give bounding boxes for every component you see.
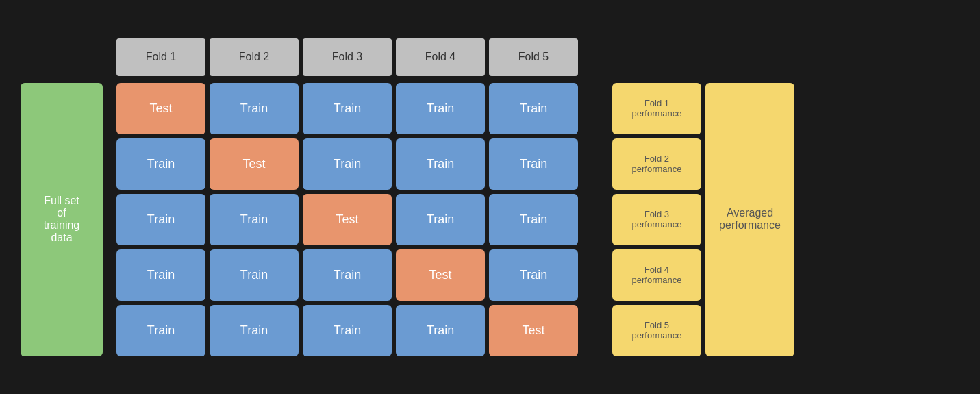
cell-1-4: Train — [396, 83, 485, 134]
cell-2-3: Train — [303, 138, 392, 190]
cell-3-4: Train — [396, 194, 485, 245]
fold-headers: Fold 1 Fold 2 Fold 3 Fold 4 Fold 5 — [116, 38, 578, 76]
grid-section: Test Train Train Train Train Train Test … — [116, 83, 578, 356]
cell-1-3: Train — [303, 83, 392, 134]
fold-header-5: Fold 5 — [489, 38, 578, 76]
performance-section: Fold 1performance Fold 2performance Fold… — [612, 83, 701, 356]
cell-5-4: Train — [396, 305, 485, 356]
cell-4-2: Train — [210, 249, 299, 301]
grid-row-4: Train Train Train Test Train — [116, 249, 578, 301]
cell-4-4: Test — [396, 249, 485, 301]
cell-3-5: Train — [489, 194, 578, 245]
right-section: Fold 1performance Fold 2performance Fold… — [599, 83, 794, 356]
cell-4-1: Train — [116, 249, 205, 301]
cell-3-1: Train — [116, 194, 205, 245]
cell-3-2: Train — [210, 194, 299, 245]
cell-5-1: Train — [116, 305, 205, 356]
full-set-label: Full setoftrainingdata — [21, 83, 103, 356]
cell-2-1: Train — [116, 138, 205, 190]
cell-1-1: Test — [116, 83, 205, 134]
fold-header-3: Fold 3 — [303, 38, 392, 76]
perf-fold-2: Fold 2performance — [612, 138, 701, 190]
cell-5-5: Test — [489, 305, 578, 356]
grid-row-2: Train Test Train Train Train — [116, 138, 578, 190]
rows-section: Full setoftrainingdata Test Train Train … — [21, 83, 959, 356]
perf-fold-3: Fold 3performance — [612, 194, 701, 245]
cell-4-3: Train — [303, 249, 392, 301]
grid-row-5: Train Train Train Train Test — [116, 305, 578, 356]
cell-5-3: Train — [303, 305, 392, 356]
grid-row-3: Train Train Test Train Train — [116, 194, 578, 245]
perf-fold-1: Fold 1performance — [612, 83, 701, 134]
fold-header-2: Fold 2 — [210, 38, 299, 76]
perf-fold-4: Fold 4performance — [612, 249, 701, 301]
cell-2-4: Train — [396, 138, 485, 190]
cell-2-5: Train — [489, 138, 578, 190]
cell-3-3: Test — [303, 194, 392, 245]
cell-5-2: Train — [210, 305, 299, 356]
cell-4-5: Train — [489, 249, 578, 301]
header-row: Fold 1 Fold 2 Fold 3 Fold 4 Fold 5 — [21, 38, 959, 76]
averaged-performance: Averagedperformance — [705, 83, 794, 356]
fold-header-1: Fold 1 — [116, 38, 205, 76]
cv-diagram: Fold 1 Fold 2 Fold 3 Fold 4 Fold 5 Full … — [0, 25, 980, 370]
grid-row-1: Test Train Train Train Train — [116, 83, 578, 134]
fold-header-4: Fold 4 — [396, 38, 485, 76]
cell-1-2: Train — [210, 83, 299, 134]
cell-2-2: Test — [210, 138, 299, 190]
cell-1-5: Train — [489, 83, 578, 134]
perf-fold-5: Fold 5performance — [612, 305, 701, 356]
